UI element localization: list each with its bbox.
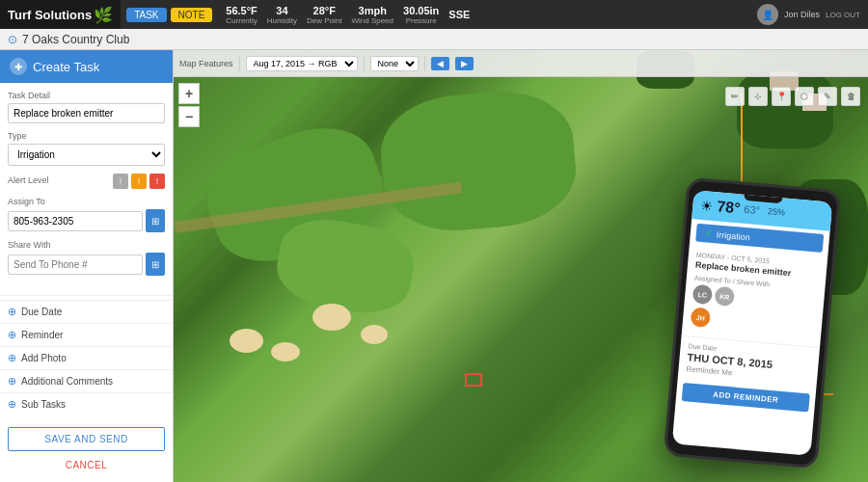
cancel-button[interactable]: CANCEL	[8, 456, 165, 474]
avatar-kr: KR	[714, 286, 735, 308]
turf-leaf-icon: 🌿	[94, 6, 113, 24]
map-icon-toolbar: ✏ ⊹ 📍 ⬡ ✎ 🗑	[725, 87, 860, 106]
phone-screen: ☀ 78° 63° 25% ✓ Irrigation MONDAY - OCT …	[672, 190, 832, 456]
phone-temp-low: 63°	[744, 203, 761, 216]
alert-high-icon[interactable]: !	[149, 174, 165, 189]
share-input[interactable]	[8, 254, 143, 275]
task-detail-input[interactable]	[8, 103, 165, 123]
sub-header: ⊙ 7 Oaks Country Club	[0, 29, 868, 50]
due-date-row[interactable]: ⊕ Due Date	[0, 300, 173, 323]
sub-tasks-label: Sub Tasks	[21, 399, 66, 410]
next-btn[interactable]: ▶	[455, 57, 474, 70]
comments-label: Additional Comments	[21, 376, 113, 387]
pencil-icon[interactable]: ✏	[725, 87, 745, 106]
bunker-1	[230, 329, 263, 353]
reminder-label: Reminder	[21, 330, 63, 340]
trash-icon[interactable]: 🗑	[841, 87, 860, 106]
reminder-row[interactable]: ⊕ Reminder	[0, 323, 173, 346]
expand-icon-2: ⊕	[8, 329, 16, 341]
layer-section: None NDVI RGB	[370, 56, 419, 71]
weather-sse: SSE	[448, 9, 470, 20]
assign-label: Assign To	[8, 197, 165, 206]
weather-sun-icon: ☀	[700, 198, 714, 214]
layer-select[interactable]: None NDVI RGB	[370, 56, 419, 71]
toolbar-divider-1	[239, 56, 240, 71]
avatar-jh: JH	[690, 307, 711, 328]
sidebar-header: ✚ Create Task	[0, 50, 173, 83]
pin-icon[interactable]: 📍	[772, 87, 791, 106]
toolbar-divider-2	[364, 56, 365, 71]
check-icon: ✓	[703, 227, 713, 240]
save-send-button[interactable]: SAVE AND SEND	[8, 427, 165, 451]
phone-humidity-display: 25%	[768, 206, 786, 218]
toolbar-divider-3	[424, 56, 425, 71]
note-button[interactable]: NOTE	[171, 8, 213, 22]
club-name: 7 Oaks Country Club	[22, 33, 129, 46]
edit-icon[interactable]: ✎	[818, 87, 837, 106]
logout-btn[interactable]: LOG OUT	[826, 11, 860, 19]
task-detail-label: Task Detail	[8, 91, 165, 100]
alert-label: Alert Level	[8, 175, 49, 185]
sidebar-title: Create Task	[33, 60, 99, 74]
features-section: Map Features	[179, 59, 233, 68]
expand-icon-4: ⊕	[8, 375, 16, 388]
map-zoom-controls: + −	[178, 83, 200, 127]
divider-1	[0, 295, 173, 296]
bunker-2	[271, 342, 300, 362]
share-label: Share With	[8, 240, 165, 250]
bunker-4	[361, 325, 388, 344]
sub-tasks-row[interactable]: ⊕ Sub Tasks	[0, 392, 173, 415]
bunker-3	[312, 304, 351, 331]
map-area[interactable]: + − ✏ ⊹ 📍 ⬡ ✎ 🗑 ☀ 78° 63° 25%	[174, 50, 868, 482]
phone-mockup: ☀ 78° 63° 25% ✓ Irrigation MONDAY - OCT …	[664, 177, 842, 469]
alert-med-icon[interactable]: !	[131, 174, 147, 189]
weather-area: 56.5°F Currently 34 Humidity 28°F Dew Po…	[218, 5, 477, 25]
action-buttons: SAVE AND SEND CANCEL	[0, 419, 173, 482]
expand-icon-5: ⊕	[8, 398, 16, 411]
phone-temp-high: 78°	[717, 198, 742, 217]
fairway-3	[376, 85, 580, 236]
user-area: 👤 Jon Diles LOG OUT	[749, 4, 868, 25]
weather-dew: 28°F Dew Point	[307, 5, 341, 25]
nav-buttons: TASK NOTE	[121, 8, 218, 22]
user-avatar: 👤	[757, 4, 778, 25]
phone-tag-label: Irrigation	[716, 229, 750, 242]
zoom-in-button[interactable]: +	[178, 83, 200, 104]
alert-low-icon[interactable]: !	[113, 174, 128, 189]
weather-wind: 3mph Wind Speed	[351, 5, 393, 25]
map-background: + − ✏ ⊹ 📍 ⬡ ✎ 🗑 ☀ 78° 63° 25%	[174, 50, 868, 482]
cursor-icon[interactable]: ⊹	[748, 87, 768, 106]
type-label: Type	[8, 131, 165, 141]
avatar-lc: LC	[692, 284, 714, 306]
weather-humidity: 34 Humidity	[267, 5, 297, 25]
polygon-icon[interactable]: ⬡	[795, 87, 814, 106]
zoom-out-button[interactable]: −	[178, 106, 200, 127]
form-section: Task Detail Type Irrigation Mowing Ferti…	[0, 83, 173, 291]
create-task-icon: ✚	[10, 58, 27, 75]
add-photo-row[interactable]: ⊕ Add Photo	[0, 346, 173, 369]
logo-text: Turf Solutions	[8, 8, 92, 22]
date-select[interactable]: Aug 17, 2015 → RGB	[246, 56, 358, 71]
share-btn[interactable]: ⊞	[146, 253, 165, 276]
comments-row[interactable]: ⊕ Additional Comments	[0, 369, 173, 392]
map-toolbar: Map Features Aug 17, 2015 → RGB None NDV…	[174, 50, 868, 77]
date-section: Aug 17, 2015 → RGB	[246, 56, 358, 71]
task-button[interactable]: TASK	[126, 8, 166, 22]
fairway-2	[271, 212, 420, 321]
due-date-label: Due Date	[21, 307, 62, 317]
task-marker[interactable]	[465, 373, 482, 387]
user-name: Jon Diles	[784, 10, 820, 19]
add-photo-label: Add Photo	[21, 353, 67, 363]
assign-input[interactable]	[8, 211, 143, 231]
phone-task-card: MONDAY - OCT 5, 2015 Replace broken emit…	[682, 245, 828, 348]
prev-btn[interactable]: ◀	[431, 57, 449, 70]
alert-icons: ! ! !	[113, 174, 165, 189]
type-select[interactable]: Irrigation Mowing Fertilization Pest Con…	[8, 144, 165, 166]
share-row: ⊞	[8, 253, 165, 276]
weather-pressure: 30.05in Pressure	[403, 5, 439, 25]
features-label: Map Features	[179, 59, 233, 68]
top-nav: Turf Solutions 🌿 TASK NOTE 56.5°F Curren…	[0, 0, 868, 29]
assign-btn[interactable]: ⊞	[146, 209, 165, 232]
weather-temp: 56.5°F Currently	[226, 5, 258, 25]
logo-area: Turf Solutions 🌿	[0, 0, 121, 29]
